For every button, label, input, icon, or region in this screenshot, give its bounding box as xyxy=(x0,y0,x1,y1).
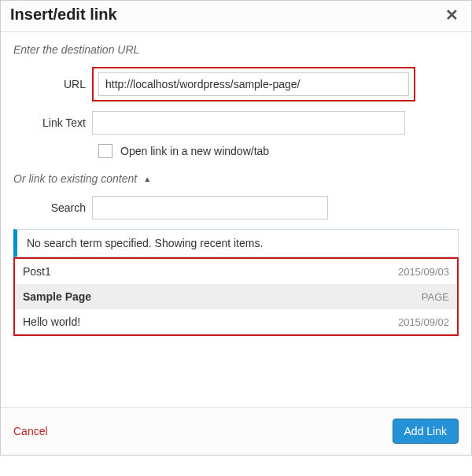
result-title: Hello world! xyxy=(23,315,80,328)
spacer xyxy=(13,336,459,407)
result-title: Post1 xyxy=(23,265,51,278)
list-item[interactable]: Hello world! 2015/09/02 xyxy=(15,309,457,334)
results-list: Post1 2015/09/03 Sample Page PAGE Hello … xyxy=(13,257,459,336)
new-tab-row: Open link in a new window/tab xyxy=(98,144,459,158)
close-icon[interactable]: ✕ xyxy=(442,7,462,23)
result-meta: PAGE xyxy=(422,291,449,303)
link-text-input[interactable] xyxy=(92,111,405,135)
link-text-wrap xyxy=(92,111,405,135)
search-wrap xyxy=(92,196,328,220)
new-tab-checkbox[interactable] xyxy=(98,144,112,158)
section-enter-url: Enter the destination URL xyxy=(13,43,459,56)
dialog-footer: Cancel Add Link xyxy=(1,407,471,455)
link-text-row: Link Text xyxy=(13,111,459,135)
url-label: URL xyxy=(13,78,92,90)
section-existing-label: Or link to existing content xyxy=(13,172,137,185)
insert-link-dialog: Insert/edit link ✕ Enter the destination… xyxy=(0,0,472,456)
result-title: Sample Page xyxy=(23,290,91,303)
new-tab-label: Open link in a new window/tab xyxy=(120,145,269,157)
dialog-title: Insert/edit link xyxy=(10,6,117,24)
dialog-body: Enter the destination URL URL Link Text … xyxy=(1,32,471,407)
search-input[interactable] xyxy=(92,196,328,220)
search-row: Search xyxy=(13,196,459,220)
chevron-up-icon: ▲ xyxy=(143,175,151,183)
result-meta: 2015/09/02 xyxy=(398,316,449,328)
link-text-label: Link Text xyxy=(13,116,92,129)
search-label: Search xyxy=(13,201,92,214)
url-input[interactable] xyxy=(98,72,409,96)
list-item[interactable]: Sample Page PAGE xyxy=(15,284,457,309)
url-highlight-box xyxy=(92,67,415,101)
section-existing-toggle[interactable]: Or link to existing content ▲ xyxy=(13,172,459,185)
add-link-button[interactable]: Add Link xyxy=(393,419,459,444)
url-row: URL xyxy=(13,67,459,101)
cancel-button[interactable]: Cancel xyxy=(13,425,48,437)
dialog-header: Insert/edit link ✕ xyxy=(1,1,471,32)
list-item[interactable]: Post1 2015/09/03 xyxy=(15,259,457,284)
search-notice: No search term specified. Showing recent… xyxy=(13,229,459,257)
result-meta: 2015/09/03 xyxy=(398,266,449,278)
section-enter-url-label: Enter the destination URL xyxy=(13,43,139,56)
